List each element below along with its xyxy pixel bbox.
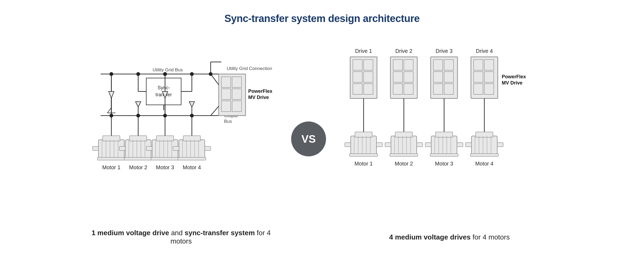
right-diagram: Drive 1 Drive 2 Drive 3 Drive 4 <box>342 37 557 241</box>
svg-rect-157 <box>471 136 497 154</box>
svg-marker-35 <box>189 102 195 107</box>
powerflex-label-right: PowerFlex <box>502 74 526 79</box>
svg-rect-146 <box>390 154 418 156</box>
utility-grid-bus-label: Utility Grid Bus <box>153 67 183 72</box>
svg-rect-128 <box>355 132 372 137</box>
svg-rect-91 <box>205 146 211 150</box>
svg-rect-73 <box>156 136 174 141</box>
motor-label-left-4: Motor 4 <box>183 164 201 170</box>
left-caption: 1 medium voltage drive and sync-transfer… <box>87 229 275 245</box>
right-svg: Drive 1 Drive 2 Drive 3 Drive 4 <box>342 37 551 230</box>
svg-rect-135 <box>376 143 382 147</box>
svg-rect-144 <box>385 143 391 147</box>
svg-rect-62 <box>130 136 147 141</box>
vs-circle: VS <box>291 121 326 156</box>
svg-marker-28 <box>136 102 141 107</box>
svg-rect-79 <box>146 146 152 150</box>
svg-rect-51 <box>103 136 120 141</box>
svg-rect-134 <box>345 143 351 147</box>
svg-rect-81 <box>151 157 179 160</box>
svg-rect-148 <box>436 132 453 137</box>
left-diagram: Utility Grid Bus Utility Grid Connection… <box>87 32 275 245</box>
svg-rect-92 <box>178 157 206 160</box>
svg-rect-147 <box>431 136 457 154</box>
svg-rect-155 <box>457 143 463 147</box>
svg-rect-59 <box>97 157 125 160</box>
svg-rect-165 <box>497 143 503 147</box>
svg-rect-70 <box>124 157 152 160</box>
motor-label-right-2: Motor 2 <box>395 161 413 167</box>
left-svg: Utility Grid Bus Utility Grid Connection… <box>87 32 275 226</box>
svg-text:MV Drive: MV Drive <box>248 95 269 100</box>
drive-label-2: Drive 2 <box>395 48 412 54</box>
svg-text:MV Drive: MV Drive <box>502 80 522 86</box>
svg-rect-145 <box>417 143 423 147</box>
motor-label-right-1: Motor 1 <box>354 161 373 167</box>
svg-rect-90 <box>173 146 179 150</box>
svg-line-44 <box>211 106 219 116</box>
svg-rect-136 <box>350 154 378 156</box>
svg-rect-84 <box>183 136 200 141</box>
svg-rect-158 <box>476 132 493 137</box>
svg-point-31 <box>163 72 167 76</box>
page-title: Sync-transfer system design architecture <box>0 0 644 24</box>
svg-rect-154 <box>425 143 431 147</box>
powerflex-label-left: PowerFlex <box>248 89 272 94</box>
svg-rect-164 <box>466 143 471 147</box>
motor-label-right-4: Motor 4 <box>475 161 493 167</box>
svg-rect-68 <box>119 146 125 150</box>
drive-label-3: Drive 3 <box>436 48 452 54</box>
drive-label-4: Drive 4 <box>476 48 493 54</box>
svg-line-22 <box>107 108 111 113</box>
svg-rect-137 <box>391 136 417 154</box>
utility-grid-connection-label: Utility Grid Connection <box>227 66 272 71</box>
right-caption: 4 medium voltage drives for 4 motors <box>342 233 557 241</box>
svg-rect-57 <box>93 146 98 150</box>
svg-text:Bus: Bus <box>224 119 232 124</box>
svg-rect-83 <box>179 140 205 158</box>
svg-rect-156 <box>430 154 458 156</box>
motor-label-left-2: Motor 2 <box>129 164 147 170</box>
sync-transfer-label: Sync- <box>158 85 170 90</box>
motor-label-right-3: Motor 3 <box>435 161 453 167</box>
main-content: Utility Grid Bus Utility Grid Connection… <box>0 32 644 245</box>
svg-line-43 <box>211 74 219 85</box>
motor-label-left-3: Motor 3 <box>156 164 174 170</box>
motor-label-left-1: Motor 1 <box>102 164 120 170</box>
svg-rect-166 <box>470 154 498 156</box>
svg-rect-138 <box>395 132 412 137</box>
svg-marker-25 <box>109 91 114 98</box>
drive-label-1: Drive 1 <box>355 48 372 54</box>
svg-rect-127 <box>351 136 376 154</box>
